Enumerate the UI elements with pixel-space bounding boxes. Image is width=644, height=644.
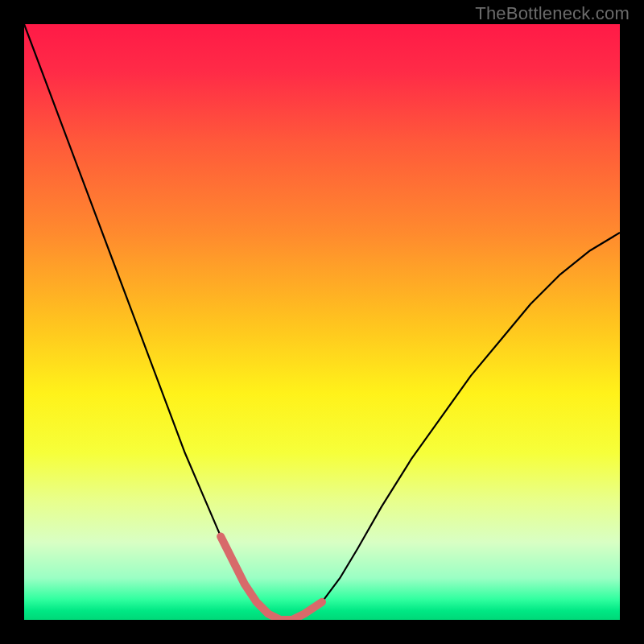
chart-background (24, 24, 620, 620)
chart-frame: TheBottleneck.com (0, 0, 644, 644)
watermark-text: TheBottleneck.com (475, 3, 630, 24)
bottleneck-chart (24, 24, 620, 620)
